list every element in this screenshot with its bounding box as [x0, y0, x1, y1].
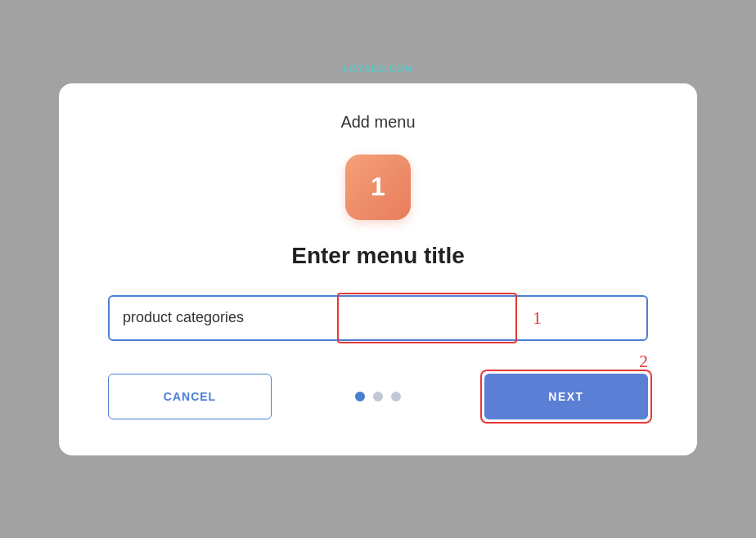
section-title: Enter menu title	[291, 243, 465, 269]
modal-dialog: LOYSEO.COM Add menu 1 Enter menu title 1…	[59, 83, 697, 455]
cancel-button[interactable]: CANCEL	[108, 374, 272, 419]
modal-title: Add menu	[340, 113, 415, 132]
dot-3	[391, 392, 401, 401]
dot-1	[355, 392, 365, 401]
pagination-dots	[355, 392, 401, 401]
next-button[interactable]: NEXT	[484, 374, 648, 419]
input-container: 1	[108, 295, 648, 341]
next-button-wrapper: 2 NEXT	[484, 374, 648, 419]
annotation-2: 2	[639, 351, 648, 372]
watermark-text: LOYSEO.COM	[344, 64, 413, 74]
annotation-1: 1	[533, 307, 542, 329]
bottom-row: CANCEL 2 NEXT	[108, 374, 648, 419]
step-badge: 1	[345, 155, 411, 220]
modal-overlay: LOYSEO.COM Add menu 1 Enter menu title 1…	[0, 0, 756, 538]
menu-title-input[interactable]	[108, 295, 648, 341]
dot-2	[373, 392, 383, 401]
